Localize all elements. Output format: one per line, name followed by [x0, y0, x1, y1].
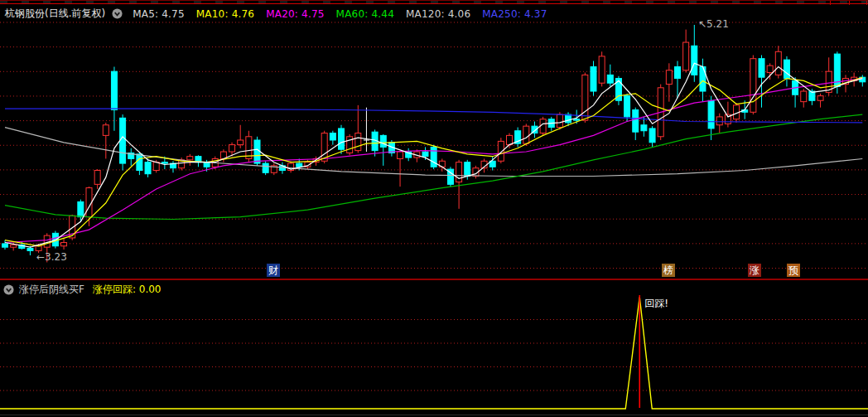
candlestick-chart[interactable] [0, 0, 868, 417]
main-chart-header: 杭钢股份(日线.前复权) MA5: 4.75MA10: 4.76MA20: 4.… [5, 7, 547, 21]
event-tab-财[interactable]: 财 [267, 264, 280, 277]
ma-legend-item: MA20: 4.75 [266, 8, 324, 20]
chevron-down-icon[interactable] [3, 284, 14, 295]
ma-legend-item: MA250: 4.37 [482, 8, 547, 20]
indicator-field-label: 涨停回踩: [93, 284, 136, 295]
signal-label: 回踩! [644, 297, 668, 311]
event-tab-预[interactable]: 预 [787, 264, 800, 277]
indicator-value: 涨停回踩: 0.00 [93, 283, 162, 297]
ma-legend-item: MA10: 4.76 [196, 8, 254, 20]
ma-legend-item: MA5: 4.75 [133, 8, 185, 20]
indicator-header: 涨停后阴线买F 涨停回踩: 0.00 [3, 283, 162, 297]
low-price-label: ←3.23 [36, 251, 67, 263]
stock-app-screen: 杭钢股份(日线.前复权) MA5: 4.75MA10: 4.76MA20: 4.… [0, 0, 868, 417]
chevron-down-icon[interactable] [112, 8, 123, 19]
indicator-name: 涨停后阴线买F [19, 283, 84, 297]
ma-legend-item: MA60: 4.44 [336, 8, 394, 20]
indicator-field-value: 0.00 [139, 284, 162, 295]
window-bottom-edge [0, 415, 868, 415]
stock-title: 杭钢股份(日线.前复权) [5, 7, 105, 21]
ma-legend-item: MA120: 4.06 [406, 8, 470, 20]
ma-legend: MA5: 4.75MA10: 4.76MA20: 4.75MA60: 4.44M… [133, 8, 547, 20]
event-tab-涨[interactable]: 涨 [748, 264, 761, 277]
event-tab-榜[interactable]: 榜 [662, 264, 675, 277]
high-price-label: ↖5.21 [698, 18, 729, 30]
